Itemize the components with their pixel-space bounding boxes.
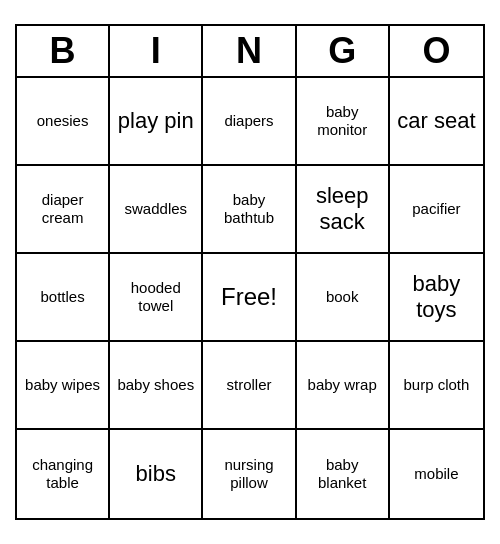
cell-label: baby bathtub <box>207 191 290 227</box>
bingo-cell: baby blanket <box>297 430 390 518</box>
cell-label: baby blanket <box>301 456 384 492</box>
header-letter: B <box>17 26 110 76</box>
bingo-cell: hooded towel <box>110 254 203 342</box>
cell-label: baby wrap <box>308 376 377 394</box>
cell-label: bibs <box>136 461 176 487</box>
cell-label: baby wipes <box>25 376 100 394</box>
bingo-cell: burp cloth <box>390 342 483 430</box>
bingo-cell: Free! <box>203 254 296 342</box>
cell-label: onesies <box>37 112 89 130</box>
bingo-cell: pacifier <box>390 166 483 254</box>
bingo-card: BINGO onesiesplay pindiapersbaby monitor… <box>15 24 485 520</box>
cell-label: bottles <box>40 288 84 306</box>
cell-label: baby toys <box>394 271 479 324</box>
bingo-cell: baby monitor <box>297 78 390 166</box>
header-letter: O <box>390 26 483 76</box>
bingo-cell: stroller <box>203 342 296 430</box>
cell-label: nursing pillow <box>207 456 290 492</box>
cell-label: pacifier <box>412 200 460 218</box>
bingo-cell: sleep sack <box>297 166 390 254</box>
bingo-cell: baby bathtub <box>203 166 296 254</box>
bingo-cell: diaper cream <box>17 166 110 254</box>
bingo-cell: car seat <box>390 78 483 166</box>
header-letter: G <box>297 26 390 76</box>
bingo-cell: book <box>297 254 390 342</box>
bingo-cell: baby wrap <box>297 342 390 430</box>
cell-label: diaper cream <box>21 191 104 227</box>
bingo-cell: onesies <box>17 78 110 166</box>
cell-label: swaddles <box>125 200 188 218</box>
bingo-grid: onesiesplay pindiapersbaby monitorcar se… <box>17 78 483 518</box>
header-letter: I <box>110 26 203 76</box>
bingo-cell: baby toys <box>390 254 483 342</box>
bingo-cell: bibs <box>110 430 203 518</box>
cell-label: mobile <box>414 465 458 483</box>
bingo-cell: play pin <box>110 78 203 166</box>
cell-label: burp cloth <box>403 376 469 394</box>
cell-label: hooded towel <box>114 279 197 315</box>
bingo-header: BINGO <box>17 26 483 78</box>
header-letter: N <box>203 26 296 76</box>
bingo-cell: baby shoes <box>110 342 203 430</box>
cell-label: car seat <box>397 108 475 134</box>
cell-label: changing table <box>21 456 104 492</box>
bingo-cell: mobile <box>390 430 483 518</box>
bingo-cell: changing table <box>17 430 110 518</box>
cell-label: sleep sack <box>301 183 384 236</box>
bingo-cell: bottles <box>17 254 110 342</box>
cell-label: baby monitor <box>301 103 384 139</box>
cell-label: baby shoes <box>117 376 194 394</box>
cell-label: diapers <box>224 112 273 130</box>
cell-label: book <box>326 288 359 306</box>
cell-label: play pin <box>118 108 194 134</box>
cell-label: stroller <box>226 376 271 394</box>
bingo-cell: nursing pillow <box>203 430 296 518</box>
bingo-cell: swaddles <box>110 166 203 254</box>
cell-label: Free! <box>221 283 277 312</box>
bingo-cell: baby wipes <box>17 342 110 430</box>
bingo-cell: diapers <box>203 78 296 166</box>
